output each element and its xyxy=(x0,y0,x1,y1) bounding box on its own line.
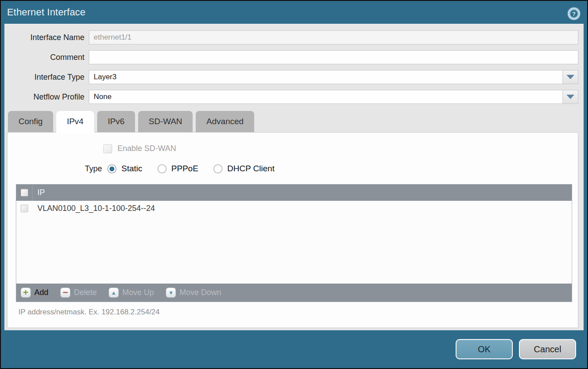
radio-icon xyxy=(157,164,167,173)
select-all-cell xyxy=(16,184,33,201)
enable-sdwan-label: Enable SD-WAN xyxy=(117,144,176,153)
tab-advanced[interactable]: Advanced xyxy=(196,111,254,132)
comment-field-wrap xyxy=(89,50,578,64)
ip-table-body: VLAN0100_L3_10-1-100-254--24 xyxy=(16,201,572,284)
radio-label-static: Static xyxy=(121,164,142,173)
interface-type-label: Interface Type xyxy=(4,73,89,82)
form-row-netflow-profile: Netflow Profile xyxy=(4,90,584,104)
netflow-profile-input[interactable] xyxy=(89,90,562,104)
comment-input[interactable] xyxy=(89,50,578,64)
interface-name-field-wrap xyxy=(89,30,578,44)
table-row[interactable]: VLAN0100_L3_10-1-100-254--24 xyxy=(16,201,572,216)
interface-type-dropdown-trigger[interactable] xyxy=(562,70,578,84)
move-up-button[interactable]: ▲ Move Up xyxy=(109,288,154,298)
radio-icon xyxy=(107,164,117,173)
row-checkbox[interactable] xyxy=(21,205,28,212)
move-up-button-label: Move Up xyxy=(122,288,154,297)
form-row-interface-name: Interface Name xyxy=(4,30,584,44)
ip-table-toolbar: + Add − Delete ▲ Move Up ▼ Move Down xyxy=(16,284,572,302)
move-down-button[interactable]: ▼ Move Down xyxy=(166,288,221,298)
tab-strip: Config IPv4 IPv6 SD-WAN Advanced xyxy=(8,111,578,132)
delete-button[interactable]: − Delete xyxy=(60,288,97,298)
ethernet-interface-dialog: Ethernet Interface ? Interface Name Comm… xyxy=(0,0,588,369)
add-button[interactable]: + Add xyxy=(21,288,48,298)
radio-label-dhcp-client: DHCP Client xyxy=(227,164,274,173)
ok-button[interactable]: OK xyxy=(456,339,513,359)
comment-label: Comment xyxy=(4,53,89,62)
cancel-button[interactable]: Cancel xyxy=(519,339,576,359)
minus-icon: − xyxy=(60,288,70,298)
netflow-profile-label: Netflow Profile xyxy=(4,92,89,102)
radio-option-pppoe[interactable]: PPPoE xyxy=(157,164,198,173)
netflow-profile-dropdown-trigger[interactable] xyxy=(562,90,578,104)
radio-option-dhcp-client[interactable]: DHCP Client xyxy=(213,164,274,173)
interface-type-input[interactable] xyxy=(89,70,562,84)
ip-hint-text: IP address/netmask. Ex. 192.168.2.254/24 xyxy=(18,308,572,317)
add-button-label: Add xyxy=(34,288,48,297)
tab-config[interactable]: Config xyxy=(8,111,53,132)
arrow-up-icon: ▲ xyxy=(109,288,119,298)
interface-name-label: Interface Name xyxy=(4,33,89,42)
ip-address-table: IP VLAN0100_L3_10-1-100-254--24 + Add xyxy=(16,184,572,302)
enable-sdwan-checkbox[interactable] xyxy=(103,144,112,153)
radio-icon xyxy=(213,164,223,173)
chevron-down-icon xyxy=(566,75,574,79)
enable-sdwan-row: Enable SD-WAN xyxy=(103,144,572,153)
tab-sdwan[interactable]: SD-WAN xyxy=(138,111,193,132)
ip-table-header: IP xyxy=(16,184,572,201)
dialog-title: Ethernet Interface xyxy=(7,7,85,18)
help-button[interactable]: ? xyxy=(568,7,580,20)
type-radio-group: Type Static PPPoE DHCP Client xyxy=(85,164,572,173)
dialog-titlebar: Ethernet Interface ? xyxy=(1,1,587,24)
dialog-body: Interface Name Comment Interface Type xyxy=(4,24,584,330)
form-row-interface-type: Interface Type xyxy=(4,70,584,84)
type-label: Type xyxy=(85,164,102,173)
select-all-checkbox[interactable] xyxy=(21,189,28,196)
interface-name-input[interactable] xyxy=(89,30,578,44)
tab-ipv6[interactable]: IPv6 xyxy=(97,111,135,132)
interface-type-combo xyxy=(89,70,578,84)
move-down-button-label: Move Down xyxy=(179,288,221,297)
ip-row-value: VLAN0100_L3_10-1-100-254--24 xyxy=(33,204,155,213)
dialog-footer: OK Cancel xyxy=(1,330,587,368)
chevron-down-icon xyxy=(566,95,574,99)
plus-icon: + xyxy=(21,288,31,298)
delete-button-label: Delete xyxy=(74,288,97,297)
tab-ipv4[interactable]: IPv4 xyxy=(56,111,94,132)
ipv4-tab-panel: Enable SD-WAN Type Static PPPoE DHCP Cli… xyxy=(7,132,578,328)
row-checkbox-cell xyxy=(16,201,33,216)
arrow-down-icon: ▼ xyxy=(166,288,176,298)
netflow-profile-combo xyxy=(89,90,578,104)
radio-option-static[interactable]: Static xyxy=(107,164,142,173)
ip-column-header: IP xyxy=(33,188,45,197)
help-icon: ? xyxy=(570,9,578,18)
radio-label-pppoe: PPPoE xyxy=(172,164,198,173)
form-row-comment: Comment xyxy=(4,50,584,64)
